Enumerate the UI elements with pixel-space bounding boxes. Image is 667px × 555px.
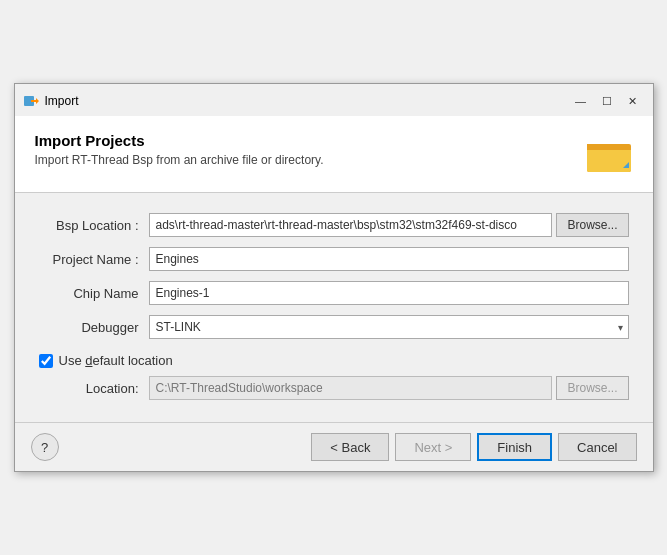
bsp-location-input[interactable] xyxy=(149,213,553,237)
location-input[interactable] xyxy=(149,376,553,400)
project-name-input[interactable] xyxy=(149,247,629,271)
minimize-button[interactable]: — xyxy=(569,91,593,111)
dialog-title: Import Projects xyxy=(35,132,585,149)
use-default-location-row: Use default location xyxy=(39,353,629,368)
titlebar: Import — ☐ ✕ xyxy=(15,84,653,116)
dialog-subtitle: Import RT-Thread Bsp from an archive fil… xyxy=(35,153,585,167)
project-name-label: Project Name : xyxy=(39,252,149,267)
next-button[interactable]: Next > xyxy=(395,433,471,461)
location-browse-button: Browse... xyxy=(556,376,628,400)
location-row: Location: Browse... xyxy=(39,376,629,400)
svg-rect-3 xyxy=(587,148,631,172)
use-default-location-label[interactable]: Use default location xyxy=(59,353,173,368)
folder-icon xyxy=(585,132,633,180)
bsp-location-label: Bsp Location : xyxy=(39,218,149,233)
chip-name-row: Chip Name xyxy=(39,281,629,305)
project-name-row: Project Name : xyxy=(39,247,629,271)
bsp-location-row: Bsp Location : Browse... xyxy=(39,213,629,237)
use-default-location-checkbox[interactable] xyxy=(39,354,53,368)
help-button[interactable]: ? xyxy=(31,433,59,461)
window-controls: — ☐ ✕ xyxy=(569,91,645,111)
bsp-browse-button[interactable]: Browse... xyxy=(556,213,628,237)
chip-name-input[interactable] xyxy=(149,281,629,305)
header-section: Import Projects Import RT-Thread Bsp fro… xyxy=(15,116,653,193)
finish-button[interactable]: Finish xyxy=(477,433,552,461)
dialog-footer: ? < Back Next > Finish Cancel xyxy=(15,422,653,471)
debugger-select-wrapper: ST-LINK J-Link OpenOCD xyxy=(149,315,629,339)
back-button[interactable]: < Back xyxy=(311,433,389,461)
header-text: Import Projects Import RT-Thread Bsp fro… xyxy=(35,132,585,167)
window-title: Import xyxy=(45,94,569,108)
import-dialog: Import — ☐ ✕ Import Projects Import RT-T… xyxy=(14,83,654,472)
location-label: Location: xyxy=(39,381,149,396)
form-content: Bsp Location : Browse... Project Name : … xyxy=(15,193,653,422)
chip-name-label: Chip Name xyxy=(39,286,149,301)
debugger-label: Debugger xyxy=(39,320,149,335)
maximize-button[interactable]: ☐ xyxy=(595,91,619,111)
close-button[interactable]: ✕ xyxy=(621,91,645,111)
window-icon xyxy=(23,93,39,109)
cancel-button[interactable]: Cancel xyxy=(558,433,636,461)
footer-buttons: < Back Next > Finish Cancel xyxy=(311,433,636,461)
debugger-row: Debugger ST-LINK J-Link OpenOCD xyxy=(39,315,629,339)
debugger-select[interactable]: ST-LINK J-Link OpenOCD xyxy=(149,315,629,339)
